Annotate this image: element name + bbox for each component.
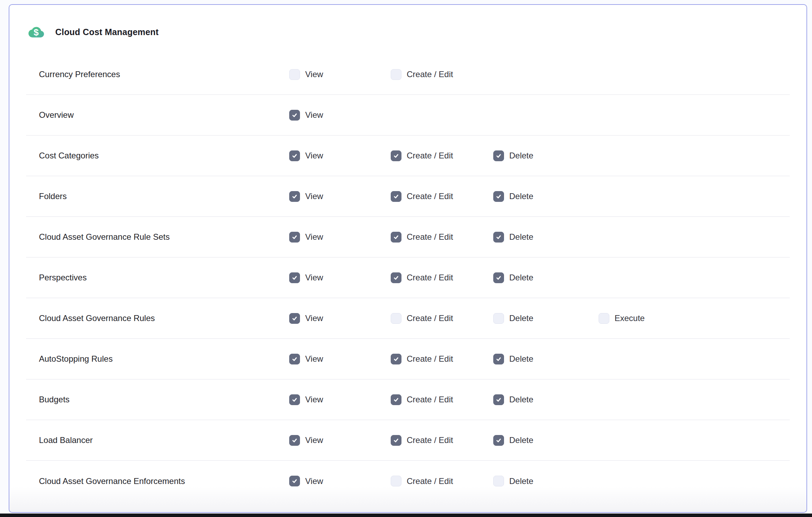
permission-label: Delete <box>509 313 533 323</box>
permission-label: Delete <box>509 151 533 161</box>
permission-label: View <box>305 476 323 486</box>
row-label: Currency Preferences <box>39 69 289 79</box>
permission-cell: Create / Edit <box>391 476 493 486</box>
permission-cell: Delete <box>493 150 599 161</box>
permission-label: View <box>305 395 323 404</box>
row-label: Budgets <box>39 395 289 404</box>
permission-label: View <box>305 354 323 364</box>
permission-cell: View <box>289 476 391 486</box>
permission-cell: Execute <box>599 313 790 324</box>
permission-label: Delete <box>509 273 533 282</box>
row-label: Cloud Asset Governance Enforcements <box>39 476 289 486</box>
create-edit-checkbox[interactable] <box>391 354 401 364</box>
permission-cell: Create / Edit <box>391 232 493 243</box>
view-checkbox[interactable] <box>289 313 300 324</box>
permission-label: Create / Edit <box>407 354 453 364</box>
permission-cell: View <box>289 313 391 324</box>
view-checkbox[interactable] <box>289 394 300 405</box>
create-edit-checkbox[interactable] <box>391 150 401 161</box>
row-label: Folders <box>39 191 289 201</box>
permission-cell: Delete <box>493 435 599 446</box>
page-title: Cloud Cost Management <box>55 27 159 37</box>
permission-label: Delete <box>509 395 533 404</box>
row-label: Perspectives <box>39 273 289 282</box>
permission-label: Create / Edit <box>407 435 453 445</box>
view-checkbox[interactable] <box>289 232 300 243</box>
permission-cell: Delete <box>493 272 599 283</box>
permission-label: Create / Edit <box>407 395 453 404</box>
permission-row: Load BalancerViewCreate / EditDelete <box>26 420 790 461</box>
permission-cell: View <box>289 354 391 364</box>
page: $ Cloud Cost Management Currency Prefere… <box>0 0 812 517</box>
permission-label: Create / Edit <box>407 191 453 201</box>
delete-checkbox[interactable] <box>493 394 504 405</box>
permission-row: Currency PreferencesViewCreate / Edit <box>26 54 790 95</box>
permission-row: OverviewView <box>26 95 790 136</box>
permission-label: Delete <box>509 354 533 364</box>
permission-cell: View <box>289 232 391 243</box>
create-edit-checkbox[interactable] <box>391 272 401 283</box>
delete-checkbox[interactable] <box>493 191 504 202</box>
window-bottom-edge <box>0 514 812 517</box>
permissions-card: $ Cloud Cost Management Currency Prefere… <box>9 4 807 513</box>
permission-cell: Delete <box>493 191 599 202</box>
permission-cell: Delete <box>493 476 599 486</box>
permission-cell: Create / Edit <box>391 313 493 324</box>
permission-cell: View <box>289 272 391 283</box>
view-checkbox[interactable] <box>289 354 300 364</box>
permission-cell: Delete <box>493 313 599 324</box>
permission-label: View <box>305 273 323 282</box>
delete-checkbox[interactable] <box>493 272 504 283</box>
permission-cell: Delete <box>493 354 599 364</box>
permission-row: PerspectivesViewCreate / EditDelete <box>26 257 790 298</box>
permission-cell: Create / Edit <box>391 435 493 446</box>
cloud-dollar-icon: $ <box>28 24 44 40</box>
create-edit-checkbox[interactable] <box>391 232 401 243</box>
permission-cell: View <box>289 110 391 121</box>
permission-label: Create / Edit <box>407 313 453 323</box>
create-edit-checkbox[interactable] <box>391 476 401 486</box>
delete-checkbox[interactable] <box>493 435 504 446</box>
create-edit-checkbox[interactable] <box>391 69 401 80</box>
view-checkbox[interactable] <box>289 150 300 161</box>
svg-text:$: $ <box>34 27 39 37</box>
create-edit-checkbox[interactable] <box>391 394 401 405</box>
permission-label: View <box>305 191 323 201</box>
view-checkbox[interactable] <box>289 191 300 202</box>
view-checkbox[interactable] <box>289 476 300 486</box>
row-label: Cost Categories <box>39 151 289 161</box>
permission-row: Cloud Asset Governance RulesViewCreate /… <box>26 298 790 339</box>
view-checkbox[interactable] <box>289 110 300 121</box>
delete-checkbox[interactable] <box>493 232 504 243</box>
row-label: Cloud Asset Governance Rule Sets <box>39 232 289 242</box>
view-checkbox[interactable] <box>289 69 300 80</box>
permission-label: Delete <box>509 191 533 201</box>
execute-checkbox[interactable] <box>599 313 609 324</box>
row-label: Overview <box>39 110 289 120</box>
create-edit-checkbox[interactable] <box>391 435 401 446</box>
permission-label: Create / Edit <box>407 232 453 242</box>
permission-label: Delete <box>509 435 533 445</box>
permission-row: AutoStopping RulesViewCreate / EditDelet… <box>26 339 790 379</box>
delete-checkbox[interactable] <box>493 476 504 486</box>
permission-label: Create / Edit <box>407 69 453 79</box>
delete-checkbox[interactable] <box>493 150 504 161</box>
permission-label: View <box>305 313 323 323</box>
permission-row: Cloud Asset Governance EnforcementsViewC… <box>26 461 790 501</box>
create-edit-checkbox[interactable] <box>391 191 401 202</box>
delete-checkbox[interactable] <box>493 313 504 324</box>
view-checkbox[interactable] <box>289 272 300 283</box>
permission-label: Delete <box>509 232 533 242</box>
permission-label: Create / Edit <box>407 273 453 282</box>
delete-checkbox[interactable] <box>493 354 504 364</box>
create-edit-checkbox[interactable] <box>391 313 401 324</box>
permission-cell: Delete <box>493 394 599 405</box>
view-checkbox[interactable] <box>289 435 300 446</box>
permission-cell: View <box>289 394 391 405</box>
permission-cell: Create / Edit <box>391 394 493 405</box>
permission-cell: Create / Edit <box>391 354 493 364</box>
permission-cell: View <box>289 435 391 446</box>
permission-cell: Create / Edit <box>391 150 493 161</box>
permission-label: Delete <box>509 476 533 486</box>
permission-cell: View <box>289 191 391 202</box>
